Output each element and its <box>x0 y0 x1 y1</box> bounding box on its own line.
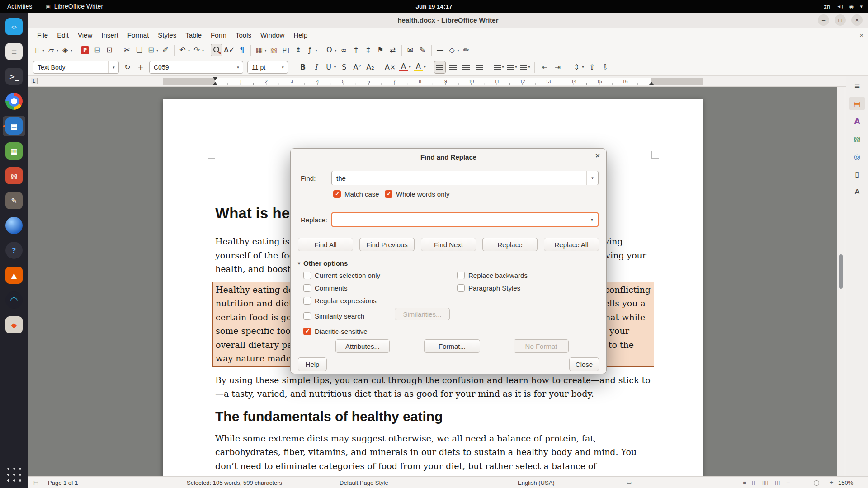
toolbar-button-strikethrough[interactable]: S <box>338 61 350 74</box>
checkbox-comments[interactable]: Comments <box>303 283 348 292</box>
toolbar-button-track-changes[interactable]: ✎ <box>417 44 429 56</box>
dropdown-arrow-icon[interactable]: ▾ <box>515 65 517 69</box>
menu-item-help[interactable]: Help <box>289 30 312 40</box>
dropdown-arrow-icon[interactable]: ▾ <box>458 48 459 52</box>
paragraph-style-combo[interactable]: Text Body ▾ <box>33 61 119 74</box>
combo-dropdown-icon[interactable]: ▾ <box>278 61 288 73</box>
vertical-scrollbar[interactable] <box>837 87 844 476</box>
sidebar-tab-gallery[interactable]: ▧ <box>849 132 865 145</box>
checkbox-diacritic-sensitive[interactable]: Diacritic-sensitive <box>303 327 368 336</box>
toolbar-button-decrease-paragraph-spacing[interactable]: ⇩ <box>599 61 611 74</box>
menu-item-table[interactable]: Table <box>181 30 206 40</box>
dock-item-chrome[interactable] <box>3 91 25 112</box>
checkbox-regular-expressions[interactable]: Regular expressions <box>303 296 377 305</box>
text-language[interactable]: English (USA) <box>518 479 555 486</box>
find-next-button[interactable]: Find Next <box>421 238 476 251</box>
dropdown-arrow-icon[interactable]: ▾ <box>264 48 266 52</box>
toolbar-button-cut[interactable]: ✂ <box>121 44 133 56</box>
checkbox-match-case[interactable]: Match case <box>333 189 379 198</box>
combo-dropdown-icon[interactable]: ▾ <box>233 61 243 73</box>
font-name-combo[interactable]: C059 ▾ <box>149 61 243 74</box>
horizontal-ruler[interactable]: L 12345678910111213141516 <box>28 76 868 87</box>
page-count[interactable]: Page 1 of 1 <box>48 479 78 486</box>
dropdown-arrow-icon[interactable]: ▾ <box>315 48 317 52</box>
sidebar-tab-style-inspector[interactable]: A <box>849 185 865 198</box>
menu-item-file[interactable]: File <box>33 30 52 40</box>
zoom-out-icon[interactable]: − <box>786 479 790 486</box>
toolbar-button-align-right[interactable] <box>460 61 472 74</box>
maximize-button[interactable]: □ <box>835 14 846 26</box>
toolbar-button-align-center[interactable] <box>447 61 459 74</box>
first-line-indent-marker[interactable] <box>213 77 217 80</box>
toolbar-button-insert-comment[interactable]: ✉ <box>405 44 416 56</box>
toolbar-button-decrease-indent[interactable]: ⇤ <box>538 61 550 74</box>
toolbar-button-bold[interactable]: B <box>297 61 309 74</box>
focused-app-menu[interactable]: ▣ LibreOffice Writer <box>46 3 103 10</box>
dropdown-arrow-icon[interactable]: ▾ <box>502 65 504 69</box>
menu-item-insert[interactable]: Insert <box>97 30 123 40</box>
toolbar-button-insert-cross-reference[interactable]: ⇄ <box>387 44 399 56</box>
system-menu-chevron-icon[interactable]: ▾ <box>860 4 863 9</box>
dock-item-text-editor[interactable]: ≡ <box>3 41 25 62</box>
toolbar-button-copy[interactable]: ❏ <box>133 44 145 56</box>
dock-item-ide[interactable]: ◠ <box>3 290 25 310</box>
toolbar-button-basic-shapes[interactable]: ◇▾ <box>447 44 460 56</box>
sidebar-tab-page[interactable]: ▯ <box>849 167 865 181</box>
toolbar-button-insert-hyperlink[interactable]: ∞ <box>338 44 350 56</box>
menu-item-styles[interactable]: Styles <box>153 30 181 40</box>
page-style[interactable]: Default Page Style <box>340 479 388 486</box>
dropdown-arrow-icon[interactable]: ▾ <box>202 48 204 52</box>
font-size-combo[interactable]: 11 pt ▾ <box>247 61 288 74</box>
replace-button[interactable]: Replace <box>482 238 538 251</box>
toolbar-button-open-file[interactable]: ▱▾ <box>46 44 59 56</box>
no-format-button[interactable]: No Format <box>514 339 569 353</box>
dialog-close-icon[interactable]: × <box>595 151 600 160</box>
menu-item-tools[interactable]: Tools <box>231 30 256 40</box>
dropdown-arrow-icon[interactable]: ▾ <box>334 65 336 69</box>
view-multi-page-icon[interactable]: ▯▯ <box>762 479 768 486</box>
dialog-titlebar[interactable]: Find and Replace × <box>291 149 606 165</box>
dropdown-arrow-icon[interactable]: ▾ <box>42 48 44 52</box>
dropdown-arrow-icon[interactable]: ▾ <box>71 48 72 52</box>
toolbar-button-superscript[interactable]: A² <box>351 61 363 74</box>
view-single-page-icon[interactable]: ▯ <box>752 479 755 486</box>
menu-item-form[interactable]: Form <box>206 30 231 40</box>
toolbar-button-insert-bookmark[interactable]: ⚑ <box>375 44 387 56</box>
toolbar-button-increase-indent[interactable]: ⇥ <box>552 61 563 74</box>
toolbar-button-insert-field[interactable]: ƒ▾ <box>304 44 318 56</box>
toolbar-button-insert-endnote[interactable]: ‡ <box>363 44 374 56</box>
dropdown-arrow-icon[interactable]: ▾ <box>335 48 336 52</box>
toolbar-button-undo[interactable]: ↶▾ <box>177 44 191 56</box>
toolbar-button-insert-page-break[interactable]: ⇟ <box>292 44 304 56</box>
dock-item-libreoffice-impress[interactable]: ▧ <box>3 165 25 186</box>
format-button[interactable]: Format... <box>424 339 480 353</box>
toolbar-button-update-style[interactable]: ↻ <box>122 61 133 74</box>
checkbox-replace-backwards[interactable]: Replace backwards <box>457 271 528 280</box>
toolbar-button-insert-footnote[interactable]: † <box>350 44 362 56</box>
toolbar-button-redo[interactable]: ↷▾ <box>191 44 205 56</box>
toolbar-button-clear-formatting[interactable]: A× <box>384 61 396 74</box>
dropdown-arrow-icon[interactable]: ▾ <box>409 65 410 69</box>
show-applications-button[interactable] <box>5 466 23 483</box>
toolbar-button-unordered-list[interactable]: ▾ <box>493 61 505 74</box>
replace-input[interactable]: ▾ <box>331 212 599 227</box>
checkbox-paragraph-styles[interactable]: Paragraph Styles <box>457 283 520 292</box>
zoom-slider[interactable] <box>794 483 826 483</box>
toolbar-button-clone-formatting[interactable]: ✐ <box>160 44 171 56</box>
menu-item-format[interactable]: Format <box>123 30 154 40</box>
find-all-button[interactable]: Find All <box>298 238 353 251</box>
toolbar-button-subscript[interactable]: A₂ <box>364 61 376 74</box>
checkbox-whole-words-only[interactable]: Whole words only <box>385 189 449 198</box>
scrollbar-thumb[interactable] <box>839 254 843 289</box>
dropdown-arrow-icon[interactable]: ▾ <box>57 48 58 52</box>
sidebar-tab-properties[interactable]: ▤ <box>849 97 865 110</box>
toolbar-button-outline-list[interactable]: ▾ <box>519 61 531 74</box>
similarities-button[interactable]: Similarities... <box>395 308 450 320</box>
close-button[interactable]: × <box>851 14 863 26</box>
close-dialog-button[interactable]: Close <box>569 357 599 371</box>
toolbar-button-insert-special-character[interactable]: Ω▾ <box>324 44 337 56</box>
volume-icon[interactable]: ◄) <box>836 4 843 9</box>
checkbox-current-selection-only[interactable]: Current selection only <box>303 271 380 280</box>
sidebar-tab-sidebar-settings[interactable]: ≡ <box>849 79 865 93</box>
combo-dropdown-icon[interactable]: ▾ <box>108 61 118 73</box>
